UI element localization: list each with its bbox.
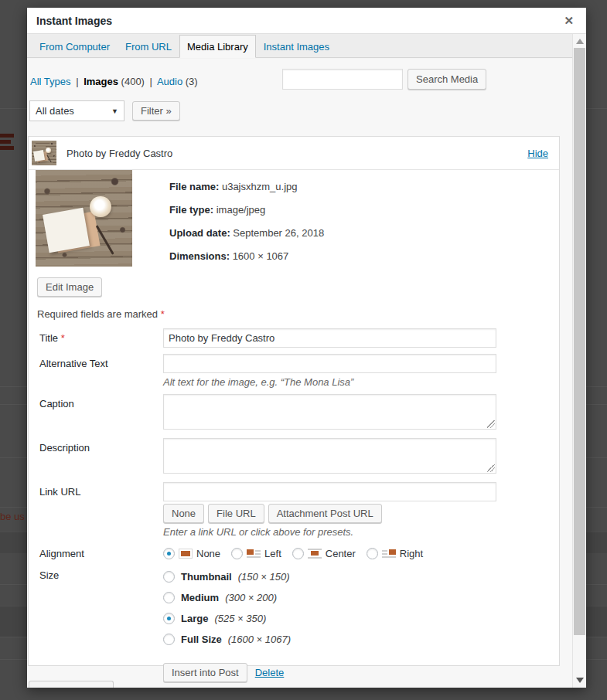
alignment-radio-left[interactable] [231,548,243,559]
scrollbar-thumb[interactable] [574,48,585,635]
date-filter-select[interactable]: All dates ▼ [29,100,124,121]
alignment-radio-right[interactable] [367,548,378,559]
filter-all-types[interactable]: All Types [30,76,71,87]
media-item-panel: Photo by Freddy Castro Hide File name: u… [28,136,560,666]
file-type-label: File type: [169,204,213,216]
background-icon-fragment [0,146,14,150]
tab-instant-images[interactable]: Instant Images [256,35,337,58]
attachment-form: Title * Alternative Text Alt text for th… [39,328,550,688]
modal-content: All Types | Images (400) | Audio (3) Sea… [27,59,572,688]
submit-row-wrap: Insert into Post Delete [39,654,550,682]
background-icon-fragment [0,140,11,144]
scroll-up-icon[interactable] [576,39,584,44]
link-file-url-button[interactable]: File URL [208,504,264,523]
dimensions-value: 1600 × 1067 [233,250,289,262]
tab-media-library[interactable]: Media Library [179,35,256,58]
alt-text-row: Alternative Text Alt text for the image,… [39,354,550,388]
required-asterisk: * [161,308,165,320]
title-label-text: Title [39,332,61,344]
description-label: Description [39,438,163,476]
size-large-dims: (525 × 350) [214,613,266,624]
description-textarea[interactable] [163,438,496,474]
alignment-center-label: Center [326,548,356,559]
size-medium-label: Medium [181,592,219,603]
alignment-radio-none[interactable] [163,548,175,559]
alt-text-help: Alt text for the image, e.g. “The Mona L… [163,376,496,388]
required-note-text: Required fields are marked [37,308,161,320]
date-filter-row: All dates ▼ Filter » [29,100,180,121]
upload-date-row: Upload date: September 26, 2018 [169,222,324,245]
tab-strip: From Computer From URL Media Library Ins… [27,34,586,58]
alignment-option-none: None [163,548,220,559]
size-radio-thumbnail[interactable] [163,571,175,583]
caption-textarea[interactable] [163,394,496,430]
alt-text-input[interactable] [163,354,496,373]
size-radio-full-size[interactable] [163,634,175,645]
size-medium-dims: (300 × 200) [225,592,277,603]
alignment-option-left: Left [231,548,281,559]
link-none-button[interactable]: None [163,504,204,523]
background-icon-fragment [0,134,14,138]
link-attachment-post-url-button[interactable]: Attachment Post URL [268,504,382,523]
audio-count: (3) [186,76,198,87]
modal-titlebar: Instant Images ✕ [27,8,586,34]
size-radio-medium[interactable] [163,592,175,603]
upload-date-label: Upload date: [169,227,230,239]
submit-row-spacer [39,654,163,682]
file-details: File name: u3ajsxhzm_u.jpg File type: im… [169,175,324,268]
hide-link[interactable]: Hide [527,148,548,159]
align-left-icon [247,549,261,559]
background-partial-text: be us [0,511,25,522]
media-item-title: Photo by Freddy Castro [66,148,527,159]
caption-row: Caption [39,394,550,432]
size-full-size-label: Full Size [181,634,222,645]
modal-title: Instant Images [36,15,112,27]
size-row: Size Thumbnail (150 × 150) Medium (300 ×… [39,566,550,647]
title-label: Title * [39,328,163,348]
link-url-row: Link URL None File URL Attachment Post U… [39,482,550,538]
alignment-row: Alignment None Left [39,544,550,559]
upload-date-value: September 26, 2018 [233,227,324,239]
dimensions-label: Dimensions: [169,250,230,262]
edit-image-button[interactable]: Edit Image [37,277,102,297]
file-type-value: image/jpeg [217,204,266,216]
separator: | [76,76,78,87]
description-row: Description [39,438,550,476]
title-input[interactable] [163,328,496,348]
partial-save-button[interactable] [29,681,114,688]
alignment-right-label: Right [400,548,423,559]
filter-audio[interactable]: Audio [157,76,182,87]
caption-label: Caption [39,394,163,432]
size-option-full-size: Full Size (1600 × 1067) [163,631,496,647]
page: { "background": { "partial_text": "be us… [0,0,607,700]
file-name-row: File name: u3ajsxhzm_u.jpg [169,175,324,199]
search-input[interactable] [282,69,403,90]
filter-button[interactable]: Filter » [132,101,180,121]
scroll-down-icon[interactable] [576,678,584,683]
size-radio-large[interactable] [163,613,175,624]
alignment-radio-center[interactable] [292,548,304,559]
insert-into-post-button[interactable]: Insert into Post [163,663,247,682]
file-type-row: File type: image/jpeg [169,199,324,222]
alignment-option-center: Center [292,548,356,559]
title-required-asterisk: * [61,332,65,344]
tab-from-computer[interactable]: From Computer [32,35,118,58]
search-media-button[interactable]: Search Media [408,69,486,90]
images-count: (400) [121,76,145,87]
delete-link[interactable]: Delete [255,667,285,678]
link-url-input[interactable] [163,482,496,501]
filter-images-current: Images [84,76,118,87]
size-option-large: Large (525 × 350) [163,610,496,627]
file-name-label: File name: [169,181,219,192]
size-full-size-dims: (1600 × 1067) [228,634,291,645]
date-filter-value: All dates [36,105,74,117]
alignment-option-right: Right [367,548,423,559]
scrollbar[interactable] [572,34,586,688]
dimensions-row: Dimensions: 1600 × 1067 [169,245,324,268]
close-icon[interactable]: ✕ [561,13,577,28]
size-thumbnail-dims: (150 × 150) [238,571,290,583]
alignment-label: Alignment [39,544,163,559]
media-item-thumbnail-large [36,170,132,267]
link-preset-buttons: None File URL Attachment Post URL [163,504,496,523]
tab-from-url[interactable]: From URL [118,35,179,58]
